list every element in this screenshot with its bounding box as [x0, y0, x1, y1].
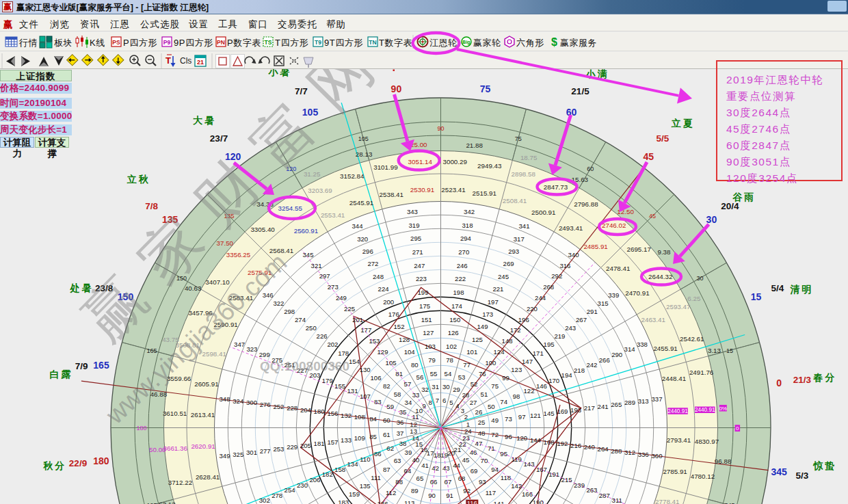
svg-text:117: 117 [486, 489, 496, 496]
svg-text:287: 287 [599, 492, 610, 499]
svg-text:29: 29 [453, 386, 460, 393]
svg-text:113: 113 [404, 499, 414, 504]
svg-text:111: 111 [371, 474, 381, 481]
svg-text:3305.40: 3305.40 [250, 226, 275, 233]
svg-text:71: 71 [488, 445, 495, 452]
svg-text:128: 128 [399, 336, 410, 343]
svg-text:194: 194 [561, 371, 573, 379]
svg-text:2493.41: 2493.41 [559, 224, 583, 232]
svg-text:276: 276 [260, 401, 271, 408]
svg-text:2478.41: 2478.41 [606, 265, 630, 272]
svg-text:2778.41: 2778.41 [655, 498, 679, 504]
svg-text:3152.84: 3152.84 [340, 172, 365, 180]
svg-text:106: 106 [370, 374, 381, 382]
svg-text:76: 76 [479, 370, 486, 377]
svg-text:69: 69 [471, 467, 478, 475]
svg-text:152: 152 [393, 323, 404, 330]
svg-text:95: 95 [500, 450, 507, 457]
svg-text:2523.41: 2523.41 [441, 186, 465, 194]
svg-text:345: 345 [302, 251, 313, 258]
svg-text:15: 15 [726, 347, 733, 354]
svg-text:25.00: 25.00 [410, 141, 427, 148]
svg-text:3407.10: 3407.10 [205, 278, 230, 286]
svg-text:246: 246 [457, 262, 468, 269]
svg-text:27: 27 [470, 399, 477, 406]
svg-text:116: 116 [467, 499, 477, 504]
svg-text:341: 341 [518, 222, 529, 230]
svg-text:252: 252 [273, 403, 284, 410]
svg-text:5: 5 [449, 399, 453, 406]
svg-text:271: 271 [412, 248, 423, 256]
svg-text:173: 173 [482, 310, 493, 318]
svg-text:192: 192 [557, 440, 568, 447]
svg-text:49: 49 [491, 416, 499, 424]
svg-text:75: 75 [480, 83, 491, 94]
svg-text:195: 195 [544, 341, 555, 348]
svg-text:40.63: 40.63 [185, 284, 202, 292]
svg-text:59: 59 [386, 403, 394, 410]
svg-text:81: 81 [395, 370, 403, 377]
svg-text:28.13: 28.13 [356, 150, 373, 158]
svg-text:47: 47 [475, 440, 483, 447]
svg-text:110: 110 [360, 455, 370, 463]
svg-text:98: 98 [513, 393, 520, 400]
svg-text:19: 19 [440, 451, 448, 459]
svg-text:2: 2 [464, 413, 468, 421]
svg-text:21.88: 21.88 [466, 142, 483, 149]
svg-text:157: 157 [327, 438, 338, 446]
svg-text:75: 75 [491, 382, 499, 390]
svg-text:2598.41: 2598.41 [202, 350, 226, 358]
svg-text:4780.12: 4780.12 [691, 473, 715, 480]
svg-text:57: 57 [404, 380, 412, 388]
svg-text:297: 297 [319, 272, 330, 280]
svg-text:182: 182 [322, 470, 333, 478]
svg-text:216: 216 [570, 442, 581, 449]
svg-text:130: 130 [360, 366, 371, 373]
svg-text:23: 23 [462, 434, 470, 442]
svg-text:268: 268 [543, 283, 554, 291]
svg-text:196: 196 [518, 316, 529, 323]
svg-text:小满: 小满 [585, 69, 609, 79]
svg-text:178: 178 [338, 349, 349, 357]
svg-text:263: 263 [586, 486, 597, 494]
svg-text:51: 51 [481, 390, 488, 398]
svg-text:79: 79 [428, 356, 436, 364]
svg-text:145: 145 [544, 410, 555, 417]
svg-text:21: 21 [197, 59, 204, 66]
svg-text:TN: TN [369, 39, 376, 46]
svg-text:24: 24 [464, 427, 472, 435]
svg-text:144: 144 [530, 436, 542, 444]
svg-text:12: 12 [410, 421, 417, 428]
svg-text:121: 121 [530, 412, 541, 419]
svg-text:33: 33 [412, 391, 420, 399]
svg-text:86: 86 [374, 450, 382, 457]
svg-text:342: 342 [464, 208, 475, 215]
svg-text:288: 288 [611, 447, 622, 455]
svg-text:311: 311 [612, 496, 622, 504]
svg-text:220: 220 [527, 305, 538, 313]
svg-text:18: 18 [434, 451, 441, 459]
svg-text:135: 135 [360, 482, 371, 490]
svg-text:30: 30 [696, 275, 703, 282]
svg-text:2500.91: 2500.91 [531, 209, 555, 216]
svg-text:273: 273 [328, 283, 339, 291]
svg-text:21/3: 21/3 [793, 375, 812, 385]
svg-text:2898.58: 2898.58 [511, 170, 535, 178]
svg-text:22/9: 22/9 [69, 458, 87, 468]
svg-text:2695.17: 2695.17 [626, 246, 650, 253]
svg-text:70: 70 [481, 457, 488, 464]
svg-text:3254.55: 3254.55 [278, 204, 302, 212]
svg-text:3203.69: 3203.69 [308, 187, 332, 194]
svg-text:21/5: 21/5 [571, 86, 589, 96]
svg-text:118: 118 [501, 474, 511, 481]
svg-text:177: 177 [360, 326, 371, 334]
svg-text:322: 322 [273, 300, 284, 307]
svg-text:146: 146 [536, 382, 547, 390]
svg-text:159: 159 [349, 490, 360, 498]
svg-text:56: 56 [416, 373, 424, 381]
svg-text:2553.41: 2553.41 [321, 211, 345, 219]
svg-text:278: 278 [271, 492, 282, 499]
svg-text:2628.41: 2628.41 [196, 473, 220, 481]
svg-text:206: 206 [309, 476, 320, 483]
svg-text:154: 154 [349, 358, 360, 365]
